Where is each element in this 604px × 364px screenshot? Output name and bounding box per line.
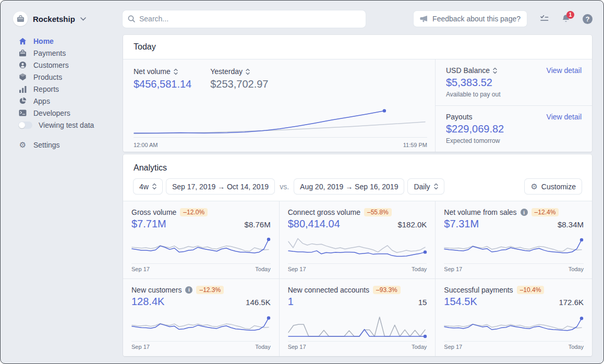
usd-balance-box: USD Balance View detail $5,383.52 Availa… bbox=[436, 59, 592, 105]
test-data-toggle[interactable]: Viewing test data bbox=[18, 119, 123, 131]
toggle-icon[interactable] bbox=[18, 122, 32, 129]
payouts-label: Payouts bbox=[446, 113, 473, 121]
usd-balance-view-detail-link[interactable]: View detail bbox=[547, 66, 582, 75]
sidebar-item-label: Apps bbox=[33, 97, 50, 105]
delta-badge: –12.0% bbox=[180, 208, 208, 216]
metric-title: Gross volume bbox=[131, 208, 176, 216]
search-input[interactable] bbox=[139, 15, 360, 23]
today-line-chart bbox=[134, 100, 427, 138]
net-volume-label: Net volume bbox=[134, 67, 171, 76]
notifications-button[interactable]: 1 bbox=[561, 14, 571, 23]
search-icon bbox=[128, 15, 135, 22]
sparkline-axis: Sep 17 Today bbox=[444, 341, 584, 350]
metric-title: New customers bbox=[131, 286, 182, 294]
metric-selector-icon[interactable] bbox=[174, 68, 178, 75]
granularity-select[interactable]: Daily bbox=[408, 179, 443, 194]
analytics-filters: 4w Sep 17, 2019 → Oct 14, 2019 vs. Aug 2… bbox=[123, 173, 592, 201]
metric-selector-icon[interactable] bbox=[246, 68, 250, 75]
analytics-header: Analytics bbox=[123, 154, 592, 173]
info-icon[interactable] bbox=[185, 286, 192, 294]
today-title: Today bbox=[134, 42, 156, 52]
axis-label-end: Today bbox=[569, 266, 584, 272]
tasklist-button[interactable] bbox=[539, 15, 549, 23]
analytics-title: Analytics bbox=[134, 163, 582, 173]
metric-title: Connect gross volume bbox=[288, 208, 360, 216]
metric-value: $7.71M bbox=[131, 218, 166, 230]
metric-card-successful-payments: Successful payments –10.4% 154.5K 172.6K… bbox=[436, 279, 592, 357]
metric-card-net-volume-from-sales: Net volume from sales –12.4% $7.31M $8.3… bbox=[436, 201, 592, 279]
today-chart-axis: 12:00 AM 11:59 PM bbox=[134, 142, 427, 148]
metric-net-volume: Net volume $456,581.14 bbox=[134, 67, 191, 90]
metric-value: 154.5K bbox=[444, 296, 477, 308]
axis-label-end: Today bbox=[412, 266, 427, 272]
axis-label-start: Sep 17 bbox=[131, 266, 150, 272]
sidebar-item-developers[interactable]: Developers bbox=[18, 107, 123, 119]
help-button[interactable] bbox=[583, 14, 593, 24]
bar-chart-icon bbox=[18, 86, 27, 93]
tasklist-icon bbox=[539, 15, 549, 23]
main-content: Today Net volume $456,581.14 bbox=[123, 35, 592, 356]
sidebar-item-home[interactable]: Home bbox=[18, 35, 123, 47]
metric-compare-value: $8.34M bbox=[558, 220, 584, 229]
sparkline-chart bbox=[288, 312, 427, 338]
test-data-label: Viewing test data bbox=[39, 121, 94, 129]
sidebar-item-products[interactable]: Products bbox=[18, 71, 123, 83]
home-icon bbox=[18, 38, 27, 45]
date-range-current-button[interactable]: Sep 17, 2019 → Oct 14, 2019 bbox=[166, 179, 274, 194]
delta-badge: –12.4% bbox=[531, 208, 559, 216]
account-switcher[interactable]: Rocketship bbox=[13, 11, 123, 26]
customize-label: Customize bbox=[541, 183, 576, 191]
delta-badge: –10.4% bbox=[517, 286, 545, 294]
sparkline-axis: Sep 17 Today bbox=[288, 263, 427, 272]
topbar-actions: Feedback about this page? 1 bbox=[414, 11, 593, 27]
date-range-previous-button[interactable]: Aug 20, 2019 → Sep 16, 2019 bbox=[294, 179, 404, 194]
sidebar: Home Payments Customers Products Reports bbox=[1, 35, 123, 151]
sidebar-item-reports[interactable]: Reports bbox=[18, 83, 123, 95]
sidebar-item-apps[interactable]: Apps bbox=[18, 95, 123, 107]
metric-title: Net volume from sales bbox=[444, 208, 516, 216]
balance-panel: USD Balance View detail $5,383.52 Availa… bbox=[435, 59, 592, 152]
metric-card-new-customers: New customers –12.3% 128.4K 146.5K Sep 1… bbox=[123, 279, 280, 357]
yesterday-label: Yesterday bbox=[210, 67, 243, 76]
axis-label-end: Today bbox=[255, 344, 270, 350]
sidebar-item-label: Products bbox=[33, 73, 62, 81]
interval-select[interactable]: 4w bbox=[134, 179, 162, 194]
feedback-label: Feedback about this page? bbox=[432, 15, 521, 23]
metric-compare-value: $8.76M bbox=[245, 220, 271, 229]
today-card: Today Net volume $456,581.14 bbox=[123, 35, 592, 152]
briefcase-logo-icon bbox=[17, 15, 25, 22]
terminal-icon bbox=[18, 110, 27, 116]
search-bar[interactable] bbox=[123, 10, 366, 28]
payouts-view-detail-link[interactable]: View detail bbox=[547, 113, 582, 121]
vs-label: vs. bbox=[280, 183, 289, 191]
gear-icon: ⚙ bbox=[18, 141, 27, 149]
payouts-caption: Expected tomorrow bbox=[446, 137, 582, 144]
metric-compare-value: 15 bbox=[418, 298, 427, 307]
today-chart-panel: Net volume $456,581.14 Yesterday bbox=[123, 59, 435, 152]
balance-selector-icon[interactable] bbox=[493, 67, 497, 74]
metric-title: New connected accounts bbox=[288, 286, 369, 294]
question-icon bbox=[583, 14, 593, 24]
customize-button[interactable]: ⚙ Customize bbox=[525, 179, 582, 194]
metric-card-new-connected-accounts: New connected accounts –93.3% 1 15 Sep 1… bbox=[280, 279, 436, 357]
info-icon[interactable] bbox=[521, 209, 528, 216]
delta-badge: –12.3% bbox=[196, 286, 224, 294]
sparkline-chart bbox=[131, 235, 271, 261]
metric-title: Successful payments bbox=[444, 286, 513, 294]
usd-balance-value: $5,383.52 bbox=[446, 77, 582, 89]
delta-badge: –93.3% bbox=[373, 286, 401, 294]
sparkline-axis: Sep 17 Today bbox=[131, 341, 271, 350]
yesterday-value: $253,702.97 bbox=[210, 78, 268, 90]
sidebar-item-settings[interactable]: ⚙ Settings bbox=[18, 139, 123, 151]
sidebar-item-label: Customers bbox=[33, 61, 69, 69]
sidebar-item-payments[interactable]: Payments bbox=[18, 47, 123, 59]
sidebar-item-label: Payments bbox=[33, 49, 66, 57]
axis-label-start: Sep 17 bbox=[444, 344, 462, 350]
sparkline-chart bbox=[131, 312, 271, 338]
sidebar-item-customers[interactable]: Customers bbox=[18, 59, 123, 71]
account-logo bbox=[13, 11, 28, 26]
feedback-button[interactable]: Feedback about this page? bbox=[414, 11, 527, 27]
sidebar-item-label: Reports bbox=[33, 85, 59, 93]
person-icon bbox=[18, 61, 27, 69]
metric-value: 128.4K bbox=[131, 296, 164, 308]
